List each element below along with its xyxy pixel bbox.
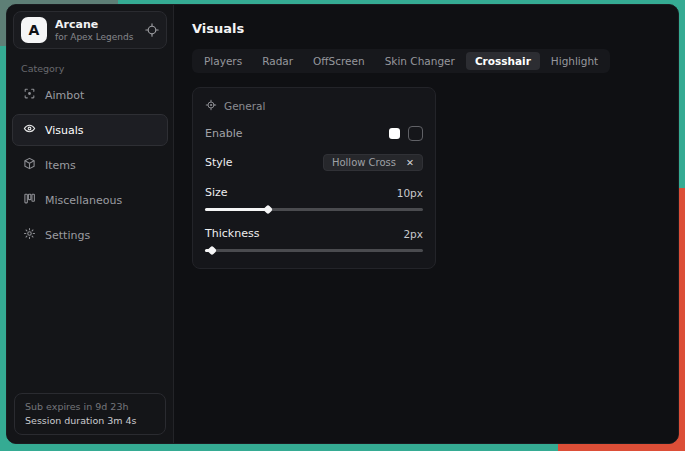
enable-checkbox[interactable] [408,126,423,141]
sidebar-item-miscellaneous[interactable]: Miscellaneous [12,184,168,216]
thickness-slider[interactable] [205,246,423,255]
sidebar-item-visuals[interactable]: Visuals [12,114,168,146]
crosshair-settings-icon [205,99,217,113]
box-icon [23,157,36,173]
tab-skin-changer[interactable]: Skin Changer [376,52,464,70]
general-section-header: General [205,99,423,113]
category-label: Category [21,63,159,74]
thickness-label: Thickness [205,227,259,240]
slider-thumb[interactable] [263,205,273,215]
sub-expires-text: Sub expires in 9d 23h [25,401,155,412]
session-duration-text: Session duration 3m 4s [25,415,155,426]
sidebar: A Arcane for Apex Legends Category [7,5,174,443]
tab-highlight[interactable]: Highlight [542,52,607,70]
enable-label: Enable [205,127,242,140]
columns-icon [23,192,36,208]
size-label: Size [205,186,228,199]
sidebar-item-label: Aimbot [45,89,84,102]
tab-players[interactable]: Players [195,52,251,70]
clear-icon[interactable]: ✕ [406,158,414,168]
thickness-row: Thickness 2px [205,227,423,240]
crosshair-icon [23,87,36,103]
target-icon[interactable] [145,23,159,37]
style-row: Style Hollow Cross ✕ [205,154,423,171]
slider-fill [205,208,268,211]
sidebar-item-label: Settings [45,229,90,242]
tab-crosshair[interactable]: Crosshair [466,52,540,70]
app-subtitle: for Apex Legends [55,32,133,42]
main-content: Visuals Players Radar OffScreen Skin Cha… [174,5,678,443]
color-swatch[interactable] [389,128,400,139]
app-window: A Arcane for Apex Legends Category [6,4,679,444]
sidebar-nav: Aimbot Visuals Items [7,79,173,251]
sidebar-item-label: Miscellaneous [45,194,122,207]
style-select-value: Hollow Cross [332,157,396,168]
sidebar-item-aimbot[interactable]: Aimbot [12,79,168,111]
slider-track [205,249,423,252]
size-row: Size 10px [205,186,423,199]
tab-offscreen[interactable]: OffScreen [304,52,374,70]
visuals-tabbar: Players Radar OffScreen Skin Changer Cro… [192,49,610,73]
subscription-info-box: Sub expires in 9d 23h Session duration 3… [14,393,166,435]
general-section-title: General [224,100,265,112]
eye-scan-icon [23,122,36,138]
tab-radar[interactable]: Radar [253,52,302,70]
enable-controls [389,126,423,141]
app-name: Arcane [55,18,133,31]
style-select[interactable]: Hollow Cross ✕ [323,154,423,171]
gear-icon [23,227,36,243]
enable-row: Enable [205,126,423,141]
sidebar-item-label: Visuals [45,124,84,137]
general-panel: General Enable Style Hollow Cross ✕ Size… [192,87,436,269]
page-title: Visuals [192,21,660,36]
slider-thumb[interactable] [207,246,217,256]
sidebar-item-settings[interactable]: Settings [12,219,168,251]
app-header-card: A Arcane for Apex Legends [13,11,167,49]
sidebar-item-items[interactable]: Items [12,149,168,181]
size-value: 10px [397,187,423,199]
size-slider[interactable] [205,205,423,214]
style-label: Style [205,156,233,169]
app-logo: A [21,17,47,43]
sidebar-item-label: Items [45,159,76,172]
thickness-value: 2px [403,228,423,240]
app-name-block: Arcane for Apex Legends [55,18,133,42]
